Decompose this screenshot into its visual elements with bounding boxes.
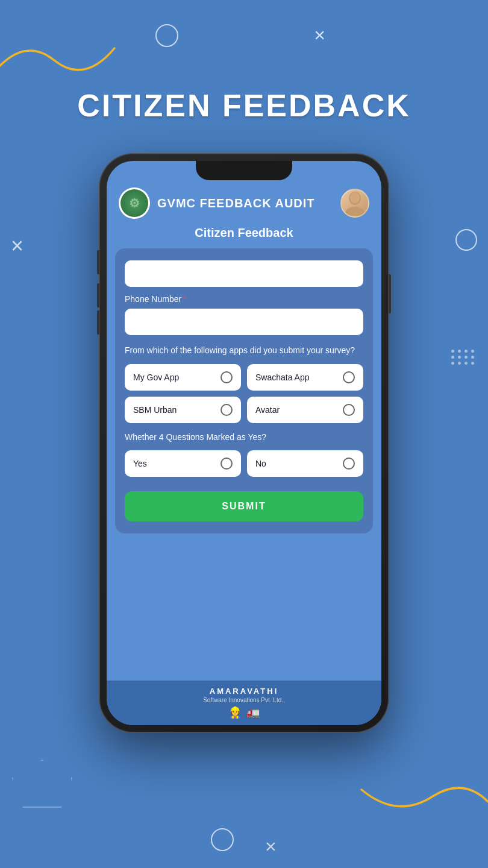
apps-question: From which of the following apps did you… xyxy=(125,345,363,357)
app-options-grid: My Gov App Swachata App SBM Urban A xyxy=(125,364,363,423)
option-swachata[interactable]: Swachata App xyxy=(247,364,363,391)
app-logo xyxy=(119,187,150,219)
svg-point-1 xyxy=(345,207,364,216)
avatar xyxy=(340,189,369,218)
radio-circle-mygov xyxy=(221,371,233,383)
form-title: Citizen Feedback xyxy=(115,226,373,240)
option-sbm[interactable]: SBM Urban xyxy=(125,397,241,423)
svg-point-2 xyxy=(350,192,360,203)
option-no[interactable]: No xyxy=(247,450,363,477)
radio-circle-sbm xyxy=(221,404,233,416)
required-star: * xyxy=(183,294,186,304)
footer-brand: AMARAVATHI xyxy=(210,687,279,696)
app-header-title: GVMC FEEDBACK AUDIT xyxy=(157,197,333,210)
app-content: Citizen Feedback Phone Number* From whic… xyxy=(107,226,381,533)
yes-no-question: Whether 4 Questions Marked as Yes? xyxy=(125,432,363,444)
radio-circle-avatar xyxy=(343,404,355,416)
radio-circle-no xyxy=(343,458,355,470)
yes-no-grid: Yes No xyxy=(125,450,363,477)
footer-illustrations: 👷🚛 xyxy=(228,706,260,719)
form-card: Phone Number* From which of the followin… xyxy=(115,248,373,533)
phone-notch xyxy=(196,161,292,180)
submit-button[interactable]: SUBMIT xyxy=(125,491,363,521)
footer-sub: Software Innovations Pvt. Ltd., xyxy=(203,697,285,703)
name-input[interactable] xyxy=(125,260,363,287)
phone-mockup: GVMC FEEDBACK AUDIT Citizen Feedback xyxy=(99,154,389,732)
option-yes[interactable]: Yes xyxy=(125,450,241,477)
option-avatar[interactable]: Avatar xyxy=(247,397,363,423)
radio-circle-yes xyxy=(221,458,233,470)
phone-input[interactable] xyxy=(125,309,363,335)
radio-circle-swachata xyxy=(343,371,355,383)
app-footer: AMARAVATHI Software Innovations Pvt. Ltd… xyxy=(107,681,381,725)
page-title: CITIZEN FEEDBACK xyxy=(0,87,488,124)
option-mygov[interactable]: My Gov App xyxy=(125,364,241,391)
phone-label: Phone Number* xyxy=(125,294,363,304)
